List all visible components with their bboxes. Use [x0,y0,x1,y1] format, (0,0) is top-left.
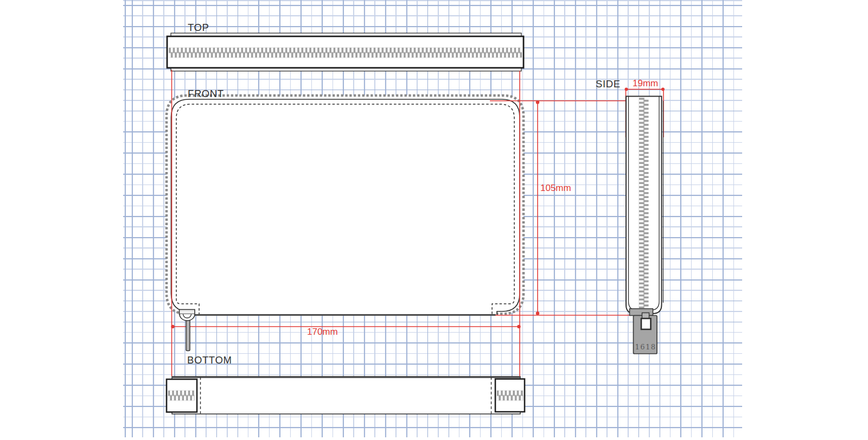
front-zipper-slider-body [180,310,195,315]
front-view: FRONT [167,88,524,315]
width-dim-dot-right [517,325,520,328]
front-zipper-slider-bridge-outer [180,314,195,321]
width-dimension-label: 170mm [307,327,338,337]
top-view: TOP [167,22,524,71]
bottom-view-label: BOTTOM [187,354,232,366]
drawing-canvas: TOP FRONT BOTTOM [0,0,868,440]
bottom-view-body [172,377,520,414]
width-dim-dot-left [171,325,174,328]
height-dim-dot-top [536,100,539,104]
top-view-label: TOP [188,22,209,33]
front-zipper-slider [180,310,195,351]
side-view-label: SIDE [596,78,621,90]
depth-dim-dot-left [625,88,628,91]
side-view: 1618 SIDE [596,78,663,354]
zipper-pull-engraving: 1618 [635,343,656,351]
front-view-label: FRONT [188,88,224,99]
height-dim-dot-bottom [536,311,539,315]
side-zipper-pull-hole [641,318,651,329]
side-view-zipper-teeth [639,98,649,308]
front-panel-outline [171,99,520,315]
depth-dimension-label: 19mm [633,78,658,88]
height-dimension-label: 105mm [540,183,571,193]
bottom-view-right-zipper-teeth [497,391,524,401]
bottom-view: BOTTOM [167,354,525,414]
top-view-zipper-teeth [169,48,522,58]
pouch-technical-drawing: TOP FRONT BOTTOM [0,0,868,440]
depth-dim-dot-right [661,88,665,91]
bottom-view-left-zipper-teeth [168,391,195,401]
